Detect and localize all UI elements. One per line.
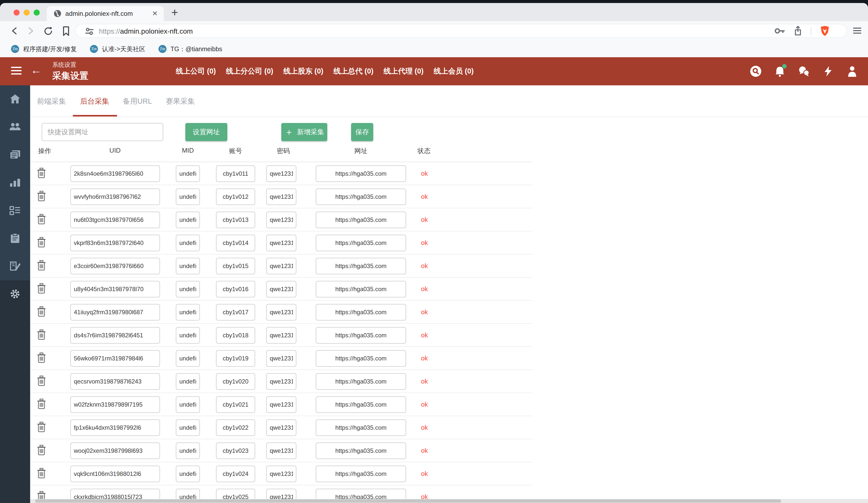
mid-input[interactable]: [176, 465, 200, 482]
url-input[interactable]: [316, 465, 406, 482]
reload-icon[interactable]: [43, 26, 54, 38]
tab-备用URL[interactable]: 备用URL: [123, 85, 152, 117]
delete-row-button[interactable]: [37, 422, 46, 434]
uid-input[interactable]: [70, 304, 160, 321]
uid-input[interactable]: [70, 442, 160, 459]
mid-input[interactable]: [176, 165, 200, 182]
url-input[interactable]: [316, 258, 406, 274]
account-input[interactable]: [216, 350, 255, 367]
macos-maximize-button[interactable]: [34, 10, 40, 15]
password-input[interactable]: [266, 304, 296, 321]
delete-row-button[interactable]: [37, 283, 46, 295]
tab-前端采集[interactable]: 前端采集: [37, 85, 66, 117]
forward-icon[interactable]: [26, 26, 35, 37]
account-input[interactable]: [216, 304, 255, 321]
password-input[interactable]: [266, 373, 296, 390]
sidebar-item-home[interactable]: [0, 85, 30, 113]
browser-menu-icon[interactable]: [852, 27, 862, 36]
account-input[interactable]: [216, 281, 255, 297]
url-input[interactable]: [316, 419, 406, 436]
mid-input[interactable]: [176, 235, 200, 251]
app-menu-icon[interactable]: [11, 67, 22, 75]
mid-input[interactable]: [176, 419, 200, 436]
delete-row-button[interactable]: [37, 260, 46, 272]
header-nav-item[interactable]: 线上总代 (0): [333, 66, 374, 76]
scrollbar-thumb[interactable]: [35, 500, 781, 503]
delete-row-button[interactable]: [37, 445, 46, 457]
bookmark-item[interactable]: TmTG：@tianmeibbs: [158, 45, 222, 53]
uid-input[interactable]: [70, 327, 160, 344]
password-input[interactable]: [266, 350, 296, 367]
password-input[interactable]: [266, 258, 296, 274]
notifications-icon[interactable]: [774, 65, 786, 77]
sidebar-item-list[interactable]: [0, 197, 30, 224]
password-input[interactable]: [266, 281, 296, 297]
delete-row-button[interactable]: [37, 329, 46, 341]
header-nav-item[interactable]: 线上会员 (0): [434, 66, 474, 76]
account-input[interactable]: [216, 442, 255, 459]
password-key-icon[interactable]: [775, 27, 785, 36]
uid-input[interactable]: [70, 165, 160, 182]
new-tab-button[interactable]: +: [171, 6, 178, 19]
password-input[interactable]: [266, 396, 296, 413]
flash-icon[interactable]: [822, 65, 834, 77]
tab-close-icon[interactable]: ✕: [152, 10, 158, 18]
site-settings-icon[interactable]: [85, 28, 94, 36]
uid-input[interactable]: [70, 396, 160, 413]
sidebar-item-documents[interactable]: [0, 141, 30, 169]
url-input[interactable]: [316, 327, 406, 344]
delete-row-button[interactable]: [37, 399, 46, 411]
uid-input[interactable]: [70, 350, 160, 367]
account-input[interactable]: [216, 419, 255, 436]
password-input[interactable]: [266, 189, 296, 205]
uid-input[interactable]: [70, 189, 160, 205]
mid-input[interactable]: [176, 373, 200, 390]
bookmark-item[interactable]: Tm程序搭建/开发/修复: [11, 45, 77, 53]
sidebar-item-clipboard[interactable]: [0, 224, 30, 252]
app-back-icon[interactable]: ←: [31, 64, 42, 76]
url-input[interactable]: [316, 304, 406, 321]
macos-close-button[interactable]: [13, 10, 20, 15]
mid-input[interactable]: [176, 350, 200, 367]
mid-input[interactable]: [176, 258, 200, 274]
password-input[interactable]: [266, 465, 296, 482]
account-icon[interactable]: [846, 65, 858, 77]
delete-row-button[interactable]: [37, 306, 46, 318]
sidebar-item-bar-chart[interactable]: [0, 169, 30, 197]
url-input[interactable]: [316, 189, 406, 205]
uid-input[interactable]: [70, 465, 160, 482]
sidebar-item-settings[interactable]: [0, 280, 30, 308]
uid-input[interactable]: [70, 281, 160, 297]
password-input[interactable]: [266, 212, 296, 228]
sidebar-item-book-edit[interactable]: [0, 252, 30, 280]
url-input[interactable]: [316, 165, 406, 182]
bookmark-icon[interactable]: [62, 26, 70, 38]
bookmark-item[interactable]: Tm认准->天美社区: [90, 45, 145, 53]
account-input[interactable]: [216, 373, 255, 390]
sidebar-item-users[interactable]: [0, 113, 30, 141]
tab-赛果采集[interactable]: 赛果采集: [166, 85, 195, 117]
delete-row-button[interactable]: [37, 168, 46, 180]
account-input[interactable]: [216, 327, 255, 344]
mid-input[interactable]: [176, 396, 200, 413]
account-input[interactable]: [216, 189, 255, 205]
url-input[interactable]: [316, 281, 406, 297]
mid-input[interactable]: [176, 304, 200, 321]
url-input[interactable]: [316, 350, 406, 367]
password-input[interactable]: [266, 419, 296, 436]
url-input[interactable]: [316, 442, 406, 459]
password-input[interactable]: [266, 165, 296, 182]
password-input[interactable]: [266, 442, 296, 459]
mid-input[interactable]: [176, 442, 200, 459]
account-input[interactable]: [216, 396, 255, 413]
tab-后台采集[interactable]: 后台采集: [80, 85, 109, 117]
macos-minimize-button[interactable]: [24, 10, 30, 15]
delete-row-button[interactable]: [37, 376, 46, 388]
password-input[interactable]: [266, 235, 296, 251]
browser-tab[interactable]: admin.poloniex-nft.com ✕: [47, 6, 164, 21]
uid-input[interactable]: [70, 235, 160, 251]
password-input[interactable]: [266, 327, 296, 344]
brave-shield-icon[interactable]: [820, 25, 830, 38]
share-icon[interactable]: [794, 26, 802, 37]
header-nav-item[interactable]: 线上代理 (0): [383, 66, 424, 76]
